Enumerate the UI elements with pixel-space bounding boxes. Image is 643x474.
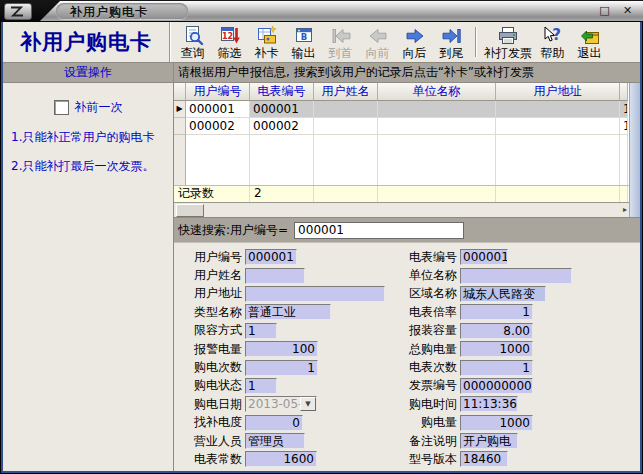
grid-footer-cell: [620, 186, 628, 202]
toolbar-button-label: 向后: [403, 47, 427, 60]
model-version-field[interactable]: 18460: [460, 451, 508, 467]
quick-search-input[interactable]: [294, 222, 464, 239]
go-next-button[interactable]: 向后: [396, 23, 433, 61]
unit-name-field[interactable]: [460, 268, 572, 284]
adjustment-energy-field[interactable]: 0: [245, 415, 303, 431]
operator-field[interactable]: 管理员: [245, 433, 305, 449]
alarm-energy-field[interactable]: 100: [245, 341, 318, 357]
capacity-limit-mode-field[interactable]: 1: [245, 323, 277, 339]
purchase-time-field[interactable]: 11:13:36: [460, 396, 518, 412]
purchase-energy-field[interactable]: 1000: [460, 415, 533, 431]
area-name-field[interactable]: 城东人民路变: [460, 286, 546, 302]
user-name-label: 用户姓名: [184, 267, 242, 284]
help-cursor-icon: ?: [542, 25, 564, 47]
installed-capacity-field[interactable]: 8.00: [460, 323, 533, 339]
form-row: 购电次数1: [184, 358, 385, 376]
replenish-card-button[interactable]: 补卡: [248, 23, 285, 61]
toolbar-button-label: 到尾: [440, 47, 464, 60]
horizontal-scrollbar[interactable]: ▸: [174, 202, 629, 217]
form-row: 电表常数1600: [184, 450, 385, 468]
column-header[interactable]: 用户地址: [496, 83, 620, 101]
content-area: 设置操作 补前一次 1.只能补正常用户的购电卡2.只能补打最后一次发票。 请根据…: [3, 63, 640, 471]
vertical-scrollbar[interactable]: [629, 83, 640, 217]
meter-constant-field[interactable]: 1600: [245, 451, 317, 467]
go-last-button[interactable]: 到尾: [433, 23, 470, 61]
toolbar-button-label: 到首: [329, 47, 353, 60]
patch-previous-label: 补前一次: [75, 99, 123, 116]
column-header[interactable]: 用户编号: [186, 83, 250, 101]
grid-row[interactable]: 0000020000021: [174, 118, 629, 135]
grid-header-row: 用户编号电表编号用户姓名单位名称用户地址: [174, 83, 629, 101]
user-grid: 用户编号电表编号用户姓名单位名称用户地址▶0000010000011000002…: [174, 83, 640, 218]
purchase-date-field[interactable]: 2013-05-25▼: [245, 396, 317, 412]
grid-footer-cell: [378, 186, 496, 202]
user-name-field[interactable]: [245, 268, 305, 284]
grid-cell[interactable]: [378, 118, 496, 135]
form-row: 单位名称: [402, 266, 572, 284]
user-id-label: 用户编号: [184, 249, 242, 266]
grid-row[interactable]: ▶0000010000011: [174, 101, 629, 118]
panel-notes: 1.只能补正常用户的购电卡2.只能补打最后一次发票。: [3, 130, 173, 188]
type-name-field[interactable]: 普通工业: [245, 304, 331, 320]
row-indicator-arrow-icon: ▶: [174, 101, 186, 118]
grid-cell[interactable]: [496, 101, 620, 118]
toolbar-button-label: 查询: [181, 47, 205, 60]
close-button[interactable]: ✕: [620, 3, 635, 18]
app-window: 补用户购电卡 □ ✕ 补用户购电卡 查询12筛选补卡B输出到首向前向后到尾补打发…: [0, 0, 643, 474]
grid-cell[interactable]: 000002: [186, 118, 250, 135]
grid-cell[interactable]: 1: [620, 101, 628, 118]
column-header[interactable]: 用户姓名: [314, 83, 378, 101]
purchase-date-dropdown-button[interactable]: ▼: [300, 397, 316, 411]
toolbar-button-label: 退出: [578, 47, 602, 60]
search-doc-icon: [182, 25, 204, 47]
reprint-invoice-button[interactable]: 补打发票: [482, 23, 534, 61]
grid-cell[interactable]: 000001: [250, 101, 314, 118]
grid-cell[interactable]: 000001: [186, 101, 250, 118]
meter-ratio-field[interactable]: 1: [460, 304, 533, 320]
work-area: 请根据用户申报信息, 搜索到该用户的记录后点击“补卡”或补打发票 用户编号电表编…: [174, 63, 640, 471]
filter-button[interactable]: 12筛选: [211, 23, 248, 61]
output-button[interactable]: B输出: [285, 23, 322, 61]
form-row: 报装容量8.00: [402, 322, 572, 340]
scrollbar-thumb[interactable]: [176, 204, 204, 217]
form-row: 限容方式1: [184, 322, 385, 340]
remark-field[interactable]: 开户购电: [460, 433, 518, 449]
grid-cell[interactable]: [496, 118, 620, 135]
purchase-energy-label: 购电量: [402, 414, 457, 431]
panel-note: 1.只能补正常用户的购电卡: [3, 130, 173, 159]
grid-filler-cell: [378, 135, 496, 185]
grid-cell[interactable]: [378, 101, 496, 118]
purchase-count-field[interactable]: 1: [245, 360, 318, 376]
meter-count-field[interactable]: 1: [460, 360, 533, 376]
grid-cell[interactable]: 1: [620, 118, 628, 135]
purchase-status-field[interactable]: 1: [245, 378, 277, 394]
settings-panel-title: 设置操作: [3, 63, 173, 83]
query-button[interactable]: 查询: [174, 23, 211, 61]
grid-filler-cell: [314, 135, 378, 185]
type-name-label: 类型名称: [184, 304, 242, 321]
grid-cell[interactable]: [314, 101, 378, 118]
scroll-right-arrow-icon[interactable]: ▸: [623, 204, 627, 216]
form-row: 类型名称普通工业: [184, 303, 385, 321]
grid-cell[interactable]: 000002: [250, 118, 314, 135]
invoice-number-field[interactable]: 0000000001: [460, 378, 533, 394]
remark-label: 备注说明: [402, 433, 457, 450]
meter-id-field[interactable]: 000001: [460, 249, 508, 265]
grid-filler: [174, 135, 629, 185]
quick-search-bar: 快速搜索:用户编号=: [174, 218, 640, 243]
total-purchased-energy-field[interactable]: 1000: [460, 341, 533, 357]
column-header[interactable]: 单位名称: [378, 83, 496, 101]
grid-filler-cell: [620, 135, 628, 185]
patch-previous-checkbox[interactable]: [54, 100, 69, 115]
column-header[interactable]: 电表编号: [250, 83, 314, 101]
maximize-button[interactable]: □: [597, 3, 612, 18]
grid-footer-cell: [496, 186, 620, 202]
arrow-prev-icon: [367, 25, 389, 47]
help-button[interactable]: ?帮助: [534, 23, 571, 61]
user-address-field[interactable]: [245, 286, 385, 302]
user-id-field[interactable]: 000001: [245, 249, 297, 265]
grid-cell[interactable]: [314, 118, 378, 135]
exit-button[interactable]: 退出: [571, 23, 608, 61]
filter-calendar-icon: 12: [219, 25, 241, 47]
form-row: 购电时间11:13:36: [402, 395, 572, 413]
